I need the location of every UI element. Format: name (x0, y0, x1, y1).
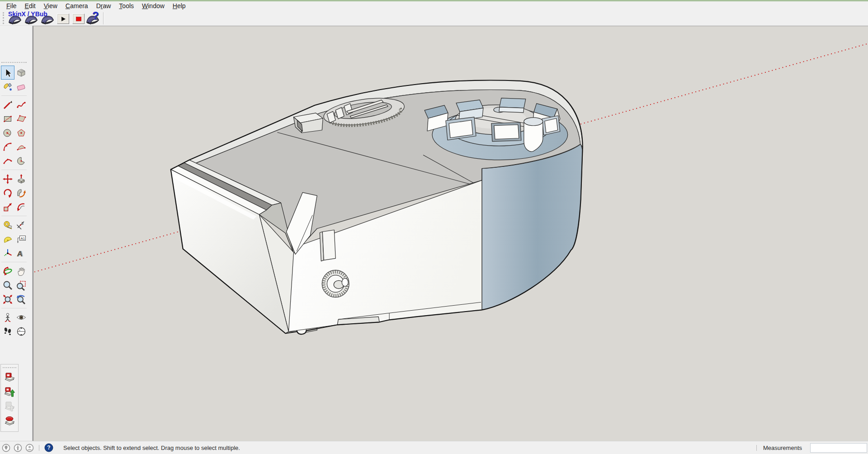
zoom-icon (2, 280, 13, 291)
svg-text:A: A (17, 250, 23, 258)
axes-tool-button[interactable] (1, 246, 14, 260)
three-d-text-tool-button[interactable]: AA (14, 246, 28, 260)
toolbar-separator (103, 12, 104, 24)
menu-edit[interactable]: Edit (21, 2, 40, 10)
svg-text:?: ? (47, 445, 50, 451)
rotate-icon (2, 188, 13, 199)
tool-palette: 3 A1 AA (0, 26, 33, 441)
component-stack-button[interactable] (3, 370, 16, 384)
look-around-tool-button[interactable] (14, 310, 28, 324)
menu-camera[interactable]: Camera (61, 2, 92, 10)
axes-icon (2, 248, 13, 259)
svg-text:c: c (19, 328, 20, 331)
credits-icon[interactable] (14, 444, 22, 452)
pie-tool-button[interactable] (14, 154, 28, 168)
tape-measure-tool-button[interactable] (1, 218, 14, 232)
pan-tool-button[interactable] (14, 264, 28, 278)
rectangle-tool-button[interactable] (1, 112, 14, 126)
text-tool-button[interactable]: A1 (14, 232, 28, 246)
select-tool-button[interactable] (1, 66, 14, 80)
eraser-tool-button[interactable] (14, 80, 28, 94)
menu-file[interactable]: File (2, 2, 21, 10)
circle-icon (2, 128, 13, 138)
freehand-icon (16, 99, 27, 110)
turret-3d-model (33, 26, 868, 441)
turret-model (171, 80, 583, 335)
rotate-tool-button[interactable] (1, 186, 14, 200)
sign-in-icon[interactable] (25, 444, 34, 452)
polygon-tool-button[interactable] (14, 126, 28, 140)
protractor-icon (2, 234, 13, 245)
make-component-tool-button[interactable] (14, 66, 28, 80)
stop-icon (75, 16, 82, 22)
two-point-arc-tool-button[interactable] (14, 140, 28, 154)
play-icon (60, 16, 66, 22)
model-viewport[interactable] (33, 26, 868, 441)
turret-rear-cylinder (482, 144, 583, 310)
line-pencil-icon (2, 99, 13, 110)
orbit-tool-button[interactable] (1, 264, 14, 278)
arc-tool-button[interactable] (1, 140, 14, 154)
palette-separator (1, 260, 28, 264)
arc-icon (2, 142, 13, 152)
menu-help[interactable]: Help (169, 2, 190, 10)
line-tool-button[interactable] (1, 98, 14, 112)
two-point-arc-icon (16, 142, 27, 152)
three-point-arc-tool-button[interactable] (1, 154, 14, 168)
move-icon (2, 174, 13, 184)
rotated-rectangle-tool-button[interactable] (14, 112, 28, 126)
section-plane-tool-button[interactable]: c (14, 324, 28, 338)
zoom-window-tool-button[interactable] (14, 278, 28, 292)
dimension-tool-button[interactable]: 3 (14, 218, 28, 232)
push-pull-tool-button[interactable] (14, 172, 28, 186)
paint-bucket-tool-button[interactable] (1, 80, 14, 94)
menu-tools[interactable]: Tools (115, 2, 138, 10)
position-camera-tool-button[interactable] (1, 310, 14, 324)
tape-measure-icon (2, 220, 13, 231)
status-bar: ? Select objects. Shift to extend select… (0, 441, 868, 454)
menu-window[interactable]: Window (138, 2, 169, 10)
move-tool-button[interactable] (1, 172, 14, 186)
svg-text:3: 3 (21, 221, 24, 226)
component-upload-icon (4, 386, 15, 397)
follow-me-tool-button[interactable] (14, 186, 28, 200)
menu-draw[interactable]: Draw (92, 2, 115, 10)
measurements-label: Measurements (763, 445, 802, 451)
orbit-icon (2, 266, 13, 277)
zoom-tool-button[interactable] (1, 278, 14, 292)
toolbar-drag-handle[interactable] (3, 12, 4, 24)
component-purge-button[interactable] (3, 413, 16, 427)
run-button[interactable] (57, 14, 69, 24)
menu-bar: File Edit View Camera Draw Tools Window … (0, 1, 868, 10)
plugin-toolbar: SkinX / YBub ? (0, 10, 868, 26)
component-upload-button[interactable] (3, 384, 16, 398)
circle-tool-button[interactable] (1, 126, 14, 140)
text-icon: A1 (16, 234, 27, 245)
offset-tool-button[interactable] (14, 200, 28, 214)
statusbar-separator (756, 445, 757, 451)
component-stack-disabled-button (3, 399, 16, 413)
measurements-input[interactable] (810, 443, 867, 453)
help-icon[interactable]: ? (44, 443, 53, 452)
component-purge-icon (4, 415, 15, 426)
polygon-icon (16, 128, 27, 138)
menu-view[interactable]: View (40, 2, 61, 10)
rotated-rectangle-icon (16, 114, 27, 124)
previous-view-tool-button[interactable] (14, 292, 28, 306)
scale-tool-button[interactable] (1, 200, 14, 214)
stop-button[interactable] (72, 14, 85, 24)
palette-drag-handle[interactable] (3, 367, 16, 368)
walk-icon (2, 326, 13, 337)
component-stack-disabled-icon (4, 400, 15, 412)
svg-text:A1: A1 (21, 236, 25, 240)
freehand-tool-button[interactable] (14, 98, 28, 112)
walk-tool-button[interactable] (1, 324, 14, 338)
status-message: Select objects. Shift to extend select. … (63, 445, 240, 451)
geolocation-icon[interactable] (2, 444, 10, 452)
zoom-extents-tool-button[interactable] (1, 292, 14, 306)
position-camera-icon (2, 312, 13, 323)
palette-drag-handle[interactable] (1, 62, 27, 63)
elevation-knob (322, 270, 349, 297)
previous-view-icon (16, 294, 27, 305)
protractor-tool-button[interactable] (1, 232, 14, 246)
